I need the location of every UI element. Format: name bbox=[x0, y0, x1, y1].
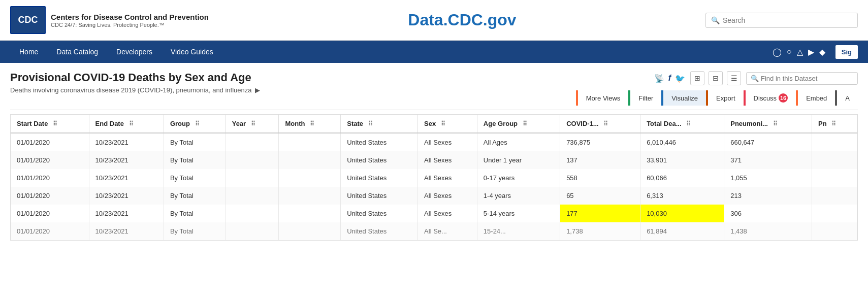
cell-year bbox=[226, 151, 279, 169]
split-view-icon[interactable]: ⊟ bbox=[709, 71, 723, 85]
cell-group: By Total bbox=[164, 151, 226, 169]
fb-share-icon[interactable]: f bbox=[668, 74, 671, 83]
top-header: CDC Centers for Disease Control and Prev… bbox=[0, 0, 868, 41]
nav-item-home[interactable]: Home bbox=[10, 41, 47, 63]
cell-covid: 736,875 bbox=[560, 133, 640, 151]
cell-age-group: 1-4 years bbox=[477, 187, 560, 205]
facebook-icon[interactable]: ◯ bbox=[773, 47, 782, 57]
cell-total-deaths: 33,901 bbox=[640, 151, 724, 169]
github-icon[interactable]: ○ bbox=[787, 47, 792, 56]
twitter-icon[interactable]: △ bbox=[797, 47, 803, 57]
cell-covid: 558 bbox=[560, 169, 640, 187]
col-total-deaths[interactable]: Total Dea... ⠿ bbox=[640, 115, 724, 133]
table-row: 01/01/202010/23/2021By TotalUnited State… bbox=[11, 133, 857, 151]
find-icon: 🔍 bbox=[751, 75, 759, 82]
cell-state: United States bbox=[341, 222, 418, 240]
col-year[interactable]: Year ⠿ bbox=[226, 115, 279, 133]
cell-covid: 1,738 bbox=[560, 222, 640, 240]
col-group[interactable]: Group ⠿ bbox=[164, 115, 226, 133]
col-covid[interactable]: COVID-1... ⠿ bbox=[560, 115, 640, 133]
col-month[interactable]: Month ⠿ bbox=[279, 115, 341, 133]
sort-icon-month[interactable]: ⠿ bbox=[310, 120, 314, 127]
sort-icon-age-group[interactable]: ⠿ bbox=[523, 120, 527, 127]
tab-visualize[interactable]: Visualize bbox=[661, 90, 706, 106]
youtube-icon[interactable]: ▶ bbox=[808, 47, 814, 57]
cdc-logo-box: CDC bbox=[10, 6, 46, 34]
cell-end-date: 10/23/2021 bbox=[89, 205, 164, 222]
cell-total-deaths: 6,010,446 bbox=[640, 133, 724, 151]
find-in-dataset-input[interactable] bbox=[761, 75, 853, 82]
sort-icon-pneumonia[interactable]: ⠿ bbox=[773, 120, 778, 127]
cell-group: By Total bbox=[164, 133, 226, 151]
expand-subtitle-icon[interactable]: ▶ bbox=[255, 86, 260, 94]
cell-start-date: 01/01/2020 bbox=[11, 133, 89, 151]
find-in-dataset-wrap[interactable]: 🔍 bbox=[746, 72, 858, 85]
divider bbox=[10, 110, 858, 110]
nav-item-developers[interactable]: Developers bbox=[107, 41, 162, 63]
col-pneumonia[interactable]: Pneumoni... ⠿ bbox=[724, 115, 812, 133]
cell-total-deaths: 60,066 bbox=[640, 169, 724, 187]
col-pn[interactable]: Pn ⠿ bbox=[812, 115, 857, 133]
sort-icon-pn[interactable]: ⠿ bbox=[831, 120, 836, 127]
tab-more-views[interactable]: More Views bbox=[576, 90, 629, 106]
cell-start-date: 01/01/2020 bbox=[11, 151, 89, 169]
table-row: 01/01/202010/23/2021By TotalUnited State… bbox=[11, 205, 857, 222]
grid-view-icon[interactable]: ⊞ bbox=[690, 71, 704, 85]
cell-month bbox=[279, 222, 341, 240]
tab-filter[interactable]: Filter bbox=[628, 90, 661, 106]
tab-embed[interactable]: Embed bbox=[796, 90, 835, 106]
cell-group: By Total bbox=[164, 169, 226, 187]
list-view-icon[interactable]: ☰ bbox=[727, 71, 741, 85]
cell-age-group: 15-24... bbox=[477, 222, 560, 240]
sort-icon-state[interactable]: ⠿ bbox=[368, 120, 373, 127]
sort-icon-covid[interactable]: ⠿ bbox=[603, 120, 608, 127]
tweet-icon[interactable]: 🐦 bbox=[675, 74, 685, 83]
col-start-date[interactable]: Start Date ⠿ bbox=[11, 115, 89, 133]
cell-start-date: 01/01/2020 bbox=[11, 169, 89, 187]
cell-pn bbox=[812, 169, 857, 187]
cell-sex: All Se... bbox=[418, 222, 477, 240]
org-name: Centers for Disease Control and Preventi… bbox=[51, 13, 209, 22]
search-bar[interactable]: 🔍 bbox=[705, 13, 858, 28]
cell-end-date: 10/23/2021 bbox=[89, 151, 164, 169]
sort-icon-year[interactable]: ⠿ bbox=[251, 120, 255, 127]
col-sex[interactable]: Sex ⠿ bbox=[418, 115, 477, 133]
cell-total-deaths: 10,030 bbox=[640, 205, 724, 222]
cell-sex: All Sexes bbox=[418, 133, 477, 151]
sort-icon-end-date[interactable]: ⠿ bbox=[129, 120, 134, 127]
nav-social: ◯ ○ △ ▶ ◆ Sig bbox=[773, 45, 858, 59]
cell-state: United States bbox=[341, 205, 418, 222]
cell-age-group: 0-17 years bbox=[477, 169, 560, 187]
tab-about[interactable]: A bbox=[835, 90, 858, 106]
cell-pn bbox=[812, 205, 857, 222]
dataset-title-area: Provisional COVID-19 Deaths by Sex and A… bbox=[10, 71, 260, 94]
col-end-date[interactable]: End Date ⠿ bbox=[89, 115, 164, 133]
col-age-group[interactable]: Age Group ⠿ bbox=[477, 115, 560, 133]
rss-icon[interactable]: 📡 bbox=[654, 74, 664, 83]
sort-icon-total-deaths[interactable]: ⠿ bbox=[686, 120, 691, 127]
sort-icon-group[interactable]: ⠿ bbox=[195, 120, 200, 127]
cell-pn bbox=[812, 133, 857, 151]
table-row: 01/01/202010/23/2021By TotalUnited State… bbox=[11, 169, 857, 187]
sort-icon-start-date[interactable]: ⠿ bbox=[53, 120, 57, 127]
cell-pneumonia: 660,647 bbox=[724, 133, 812, 151]
cell-group: By Total bbox=[164, 222, 226, 240]
sort-icon-sex[interactable]: ⠿ bbox=[441, 120, 445, 127]
cell-state: United States bbox=[341, 187, 418, 205]
cell-sex: All Sexes bbox=[418, 187, 477, 205]
tab-export[interactable]: Export bbox=[706, 90, 744, 106]
nav-item-catalog[interactable]: Data Catalog bbox=[47, 41, 107, 63]
cell-age-group: 5-14 years bbox=[477, 205, 560, 222]
cell-age-group: Under 1 year bbox=[477, 151, 560, 169]
cell-pn bbox=[812, 151, 857, 169]
col-state[interactable]: State ⠿ bbox=[341, 115, 418, 133]
tab-discuss[interactable]: Discuss 16 bbox=[744, 90, 796, 106]
cdc-logo-text: CDC bbox=[18, 15, 38, 25]
cell-total-deaths: 61,894 bbox=[640, 222, 724, 240]
instagram-icon[interactable]: ◆ bbox=[819, 47, 825, 57]
table-row: 01/01/202010/23/2021By TotalUnited State… bbox=[11, 151, 857, 169]
search-input[interactable] bbox=[723, 16, 852, 24]
sign-in-button[interactable]: Sig bbox=[835, 45, 858, 59]
cell-pneumonia: 371 bbox=[724, 151, 812, 169]
nav-item-video[interactable]: Video Guides bbox=[162, 41, 222, 63]
